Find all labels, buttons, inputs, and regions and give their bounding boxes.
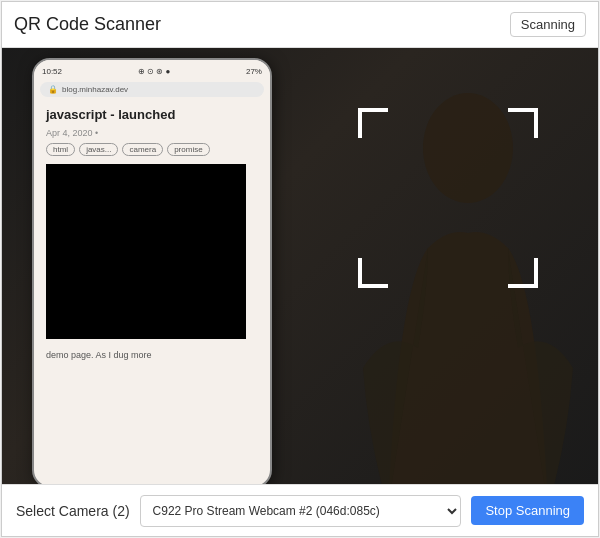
svg-point-0: [423, 93, 513, 203]
svg-rect-58: [138, 282, 145, 289]
svg-rect-48: [54, 270, 61, 277]
svg-rect-20: [124, 200, 131, 207]
phone-status-icons: ⊕ ⊙ ⊛ ●: [138, 67, 171, 76]
tag-promise: promise: [167, 143, 209, 156]
svg-rect-22: [166, 200, 173, 207]
svg-rect-16: [110, 186, 117, 193]
phone-article-title: javascript - launched: [46, 107, 258, 124]
svg-rect-23: [110, 214, 117, 221]
svg-rect-52: [138, 270, 145, 277]
svg-rect-39: [166, 242, 173, 249]
svg-rect-51: [124, 270, 131, 277]
svg-rect-15: [166, 172, 173, 179]
svg-rect-69: [166, 310, 173, 317]
svg-rect-37: [110, 242, 117, 249]
svg-rect-33: [194, 228, 201, 235]
svg-rect-17: [138, 186, 145, 193]
svg-rect-63: [152, 296, 159, 303]
svg-rect-50: [110, 270, 117, 277]
svg-rect-65: [208, 296, 215, 303]
phone-status-bar: 10:52 ⊕ ⊙ ⊛ ● 27%: [34, 60, 270, 82]
svg-rect-61: [222, 282, 229, 289]
svg-rect-72: [110, 228, 117, 235]
svg-rect-55: [222, 270, 229, 277]
svg-rect-62: [110, 296, 117, 303]
svg-rect-29: [96, 228, 103, 235]
svg-rect-12: [124, 172, 131, 179]
phone-article-date: Apr 4, 2020 •: [46, 128, 258, 138]
qr-code-image: [46, 164, 246, 339]
svg-rect-21: [152, 200, 159, 207]
scanning-status-badge: Scanning: [510, 12, 586, 37]
page-title: QR Code Scanner: [14, 14, 161, 35]
scanner-container: QR Code Scanner Scanning 10:52 ⊕ ⊙ ⊛ ● 2…: [1, 1, 599, 537]
svg-rect-26: [54, 228, 61, 235]
camera-viewport: 10:52 ⊕ ⊙ ⊛ ● 27% 🔒 blog.minhazav.dev ja…: [2, 48, 598, 484]
svg-rect-56: [110, 282, 117, 289]
phone-url-bar: 🔒 blog.minhazav.dev: [40, 82, 264, 97]
camera-select-dropdown[interactable]: C922 Pro Stream Webcam #2 (046d:085c): [140, 495, 462, 527]
svg-rect-14: [152, 172, 159, 179]
svg-rect-40: [194, 242, 201, 249]
svg-rect-42: [68, 256, 75, 263]
svg-rect-45: [152, 256, 159, 263]
svg-rect-68: [138, 310, 145, 317]
svg-rect-38: [138, 242, 145, 249]
svg-rect-53: [180, 270, 187, 277]
svg-rect-28: [82, 228, 89, 235]
phone-battery: 27%: [246, 67, 262, 76]
svg-rect-60: [194, 282, 201, 289]
phone-tags: html javas... camera promise: [46, 143, 258, 156]
svg-rect-4: [68, 186, 89, 207]
svg-rect-34: [208, 228, 215, 235]
svg-rect-11: [110, 172, 117, 179]
svg-rect-59: [166, 282, 173, 289]
camera-select-label: Select Camera (2): [16, 503, 130, 519]
svg-rect-18: [166, 186, 173, 193]
phone-time: 10:52: [42, 67, 62, 76]
tag-javas: javas...: [79, 143, 118, 156]
svg-rect-13: [138, 172, 145, 179]
tag-camera: camera: [122, 143, 163, 156]
svg-rect-10: [68, 296, 89, 317]
svg-rect-25: [124, 214, 131, 221]
svg-rect-27: [68, 228, 75, 235]
svg-rect-70: [194, 310, 201, 317]
svg-rect-7: [203, 186, 224, 207]
svg-rect-54: [194, 270, 201, 277]
svg-rect-41: [222, 242, 229, 249]
svg-rect-32: [180, 228, 187, 235]
stop-scanning-button[interactable]: Stop Scanning: [471, 496, 584, 525]
phone-content: javascript - launched Apr 4, 2020 • html…: [34, 101, 270, 367]
header: QR Code Scanner Scanning: [2, 2, 598, 48]
svg-rect-71: [222, 310, 229, 317]
svg-rect-36: [82, 242, 89, 249]
footer: Select Camera (2) C922 Pro Stream Webcam…: [2, 484, 598, 536]
svg-rect-66: [110, 310, 117, 317]
svg-rect-30: [124, 228, 131, 235]
svg-rect-47: [208, 256, 215, 263]
phone-footer-text: demo page. As I dug more: [46, 349, 258, 362]
svg-rect-31: [152, 228, 159, 235]
svg-rect-57: [124, 282, 131, 289]
phone-url: blog.minhazav.dev: [62, 85, 128, 94]
svg-rect-24: [138, 214, 145, 221]
svg-rect-67: [124, 310, 131, 317]
svg-rect-44: [124, 256, 131, 263]
svg-rect-19: [110, 200, 117, 207]
svg-rect-46: [180, 256, 187, 263]
phone-mockup: 10:52 ⊕ ⊙ ⊛ ● 27% 🔒 blog.minhazav.dev ja…: [32, 58, 272, 484]
svg-rect-43: [96, 256, 103, 263]
tag-html: html: [46, 143, 75, 156]
svg-rect-49: [68, 270, 75, 277]
person-silhouette: [358, 88, 578, 484]
svg-rect-64: [180, 296, 187, 303]
svg-rect-35: [54, 242, 61, 249]
